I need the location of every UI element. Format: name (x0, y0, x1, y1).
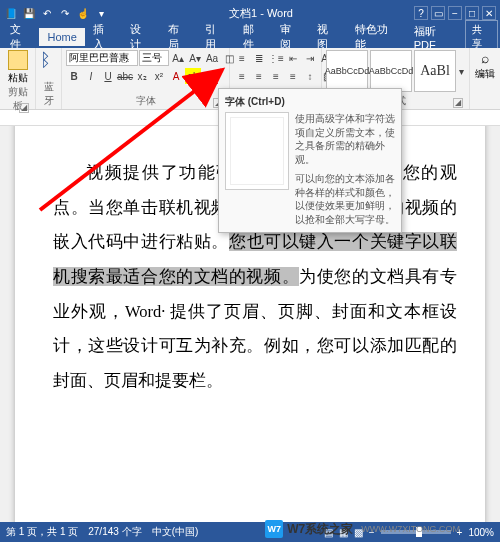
zoom-slider[interactable] (381, 530, 451, 534)
styles-launcher-icon[interactable]: ◢ (453, 98, 463, 108)
shrink-font-icon[interactable]: A▾ (187, 50, 203, 66)
align-justify-icon[interactable]: ≡ (285, 68, 301, 84)
tooltip-preview-image (225, 112, 289, 190)
group-font: 阿里巴巴普惠 三号 A▴ A▾ Aa ◫ B I U abc x₂ x² A a… (62, 48, 230, 109)
zoom-out-icon[interactable]: − (369, 527, 375, 538)
word-icon: 📘 (4, 6, 18, 20)
view-read-icon[interactable]: ▤ (324, 527, 333, 538)
group-font-label: 字体◢ (66, 94, 225, 109)
status-bar: 第 1 页，共 1 页 27/143 个字 中文(中国) ▤ ▦ ▩ − + 1… (0, 522, 500, 542)
editing-label: 编辑 (475, 67, 495, 81)
style-normal[interactable]: AaBbCcDd (326, 50, 368, 92)
status-language[interactable]: 中文(中国) (152, 525, 199, 539)
paste-icon (8, 50, 28, 70)
window-controls: ? ▭ − □ ✕ (414, 6, 496, 20)
font-color-icon[interactable]: A (202, 68, 218, 84)
minimize-icon[interactable]: − (448, 6, 462, 20)
save-icon[interactable]: 💾 (22, 6, 36, 20)
bullets-icon[interactable]: ≡ (234, 50, 250, 66)
ribbon-toggle-icon[interactable]: ▭ (431, 6, 445, 20)
view-web-icon[interactable]: ▩ (354, 527, 363, 538)
indent-dec-icon[interactable]: ⇤ (285, 50, 301, 66)
bluetooth-icon: ᛒ (40, 50, 58, 72)
highlight-icon[interactable]: ab (185, 68, 201, 84)
change-case-icon[interactable]: Aa (204, 50, 220, 66)
numbering-icon[interactable]: ≣ (251, 50, 267, 66)
align-right-icon[interactable]: ≡ (268, 68, 284, 84)
font-tooltip: 字体 (Ctrl+D) 使用高级字体和字符选项自定义所需文本，使之具备所需的精确… (218, 88, 402, 233)
status-page[interactable]: 第 1 页，共 1 页 (6, 525, 78, 539)
styles-more-icon[interactable]: ▾ (458, 50, 465, 92)
group-clipboard: 粘贴 剪贴板◢ (0, 48, 36, 109)
view-print-icon[interactable]: ▦ (339, 527, 348, 538)
paste-button[interactable]: 粘贴 (4, 50, 31, 85)
quick-access-toolbar: 📘 💾 ↶ ↷ ☝ ▾ (4, 6, 108, 20)
group-bluetooth-label: 蓝牙 (40, 80, 57, 109)
italic-button[interactable]: I (83, 68, 99, 84)
zoom-level[interactable]: 100% (468, 527, 494, 538)
font-family-select[interactable]: 阿里巴巴普惠 (66, 50, 138, 66)
font-size-select[interactable]: 三号 (139, 50, 169, 66)
underline-button[interactable]: U (100, 68, 116, 84)
line-spacing-icon[interactable]: ↕ (302, 68, 318, 84)
group-editing: ⌕ 编辑 (470, 48, 500, 109)
close-icon[interactable]: ✕ (482, 6, 496, 20)
text-effects-icon[interactable]: A (168, 68, 184, 84)
superscript-button[interactable]: x² (151, 68, 167, 84)
bluetooth-button[interactable]: ᛒ (40, 50, 58, 72)
redo-icon[interactable]: ↷ (58, 6, 72, 20)
tab-home[interactable]: Home (39, 28, 84, 46)
clipboard-launcher-icon[interactable]: ◢ (19, 103, 29, 113)
touch-mode-icon[interactable]: ☝ (76, 6, 90, 20)
maximize-icon[interactable]: □ (465, 6, 479, 20)
zoom-in-icon[interactable]: + (457, 527, 463, 538)
align-center-icon[interactable]: ≡ (251, 68, 267, 84)
subscript-button[interactable]: x₂ (134, 68, 150, 84)
group-bluetooth: ᛒ 蓝牙 (36, 48, 62, 109)
style-heading1[interactable]: AaBl (414, 50, 456, 92)
grow-font-icon[interactable]: A▴ (170, 50, 186, 66)
group-clipboard-label: 剪贴板◢ (4, 85, 31, 114)
help-icon[interactable]: ? (414, 6, 428, 20)
group-editing-label (474, 108, 496, 109)
strike-button[interactable]: abc (117, 68, 133, 84)
status-wordcount[interactable]: 27/143 个字 (88, 525, 141, 539)
undo-icon[interactable]: ↶ (40, 6, 54, 20)
indent-inc-icon[interactable]: ⇥ (302, 50, 318, 66)
bold-button[interactable]: B (66, 68, 82, 84)
ribbon-tabs: 文件 Home 插入 设计 布局 引用 邮件 审阅 视图 特色功能 福昕PDF … (0, 26, 500, 48)
qat-dropdown-icon[interactable]: ▾ (94, 6, 108, 20)
style-no-spacing[interactable]: AaBbCcDd (370, 50, 412, 92)
multilevel-icon[interactable]: ⋮≡ (268, 50, 284, 66)
find-icon: ⌕ (481, 50, 489, 66)
align-left-icon[interactable]: ≡ (234, 68, 250, 84)
paste-label: 粘贴 (8, 71, 28, 85)
editing-button[interactable]: ⌕ 编辑 (474, 50, 496, 81)
tooltip-text: 使用高级字体和字符选项自定义所需文本，使之具备所需的精确外观。 可以向您的文本添… (295, 112, 395, 226)
tooltip-title: 字体 (Ctrl+D) (225, 95, 395, 109)
